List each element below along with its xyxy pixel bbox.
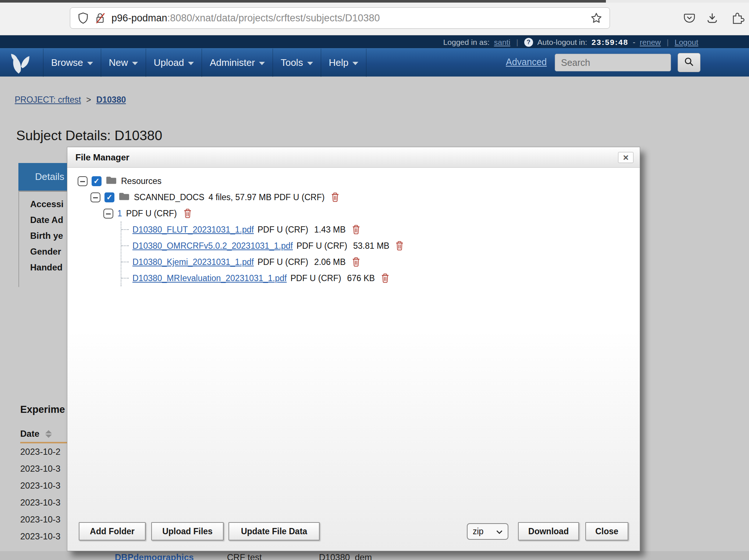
breadcrumb-project-link[interactable]: PROJECT: crftest [15,95,81,105]
chevron-down-icon [496,527,503,536]
browser-toolbar: p96-podman:8080/xnat/data/projects/crfte… [0,3,749,35]
chevron-down-icon [188,62,194,65]
nav-menu: Browse New Upload Administer Tools Help [43,49,366,77]
username-link[interactable]: santi [494,38,510,47]
project-cell: CRF test [227,552,262,560]
collapse-icon[interactable] [90,192,100,202]
xnat-header: Logged in as: santi | ? Auto-logout in: … [0,35,749,77]
folder-meta: 4 files, 57.97 MB PDF U (CRF) [209,192,325,202]
bookmark-star-icon[interactable] [590,12,602,24]
tree-label: SCANNED_DOCS [134,192,205,202]
nav-item-label: Tools [281,57,303,68]
nav-item-label: New [109,57,128,68]
file-type: PDF U (CRF) [290,273,341,283]
url-bar[interactable]: p96-podman:8080/xnat/data/projects/crfte… [70,7,610,29]
folder-icon [118,191,130,203]
file-link[interactable]: D10380_MRIevaluation_20231031_1.pdf [132,273,287,283]
browser-action-icons [684,7,747,29]
tree-connector [121,262,129,262]
add-folder-button[interactable]: Add Folder [79,522,146,540]
file-link[interactable]: D10380_Kjemi_20231031_1.pdf [132,257,254,267]
logout-link[interactable]: Logout [675,38,698,47]
extensions-puzzle-icon[interactable] [729,12,747,24]
trash-icon[interactable] [331,192,340,202]
trash-icon[interactable] [381,273,390,283]
breadcrumb-separator: > [86,95,91,105]
search-button[interactable] [678,53,700,72]
file-type: PDF U (CRF) [297,241,347,251]
xnat-logo[interactable] [8,52,31,76]
chevron-down-icon [352,62,358,65]
upload-files-button[interactable]: Upload Files [151,522,224,540]
search-input[interactable] [555,54,671,71]
file-link[interactable]: D10380_FLUT_20231031_1.pdf [132,225,254,235]
download-button[interactable]: Download [518,522,579,540]
sort-icon[interactable] [45,430,52,438]
nav-item-new[interactable]: New [101,49,146,77]
tree-connector [121,229,129,230]
autologout-label: Auto-logout in: [537,38,587,47]
experiment-link[interactable]: DBPdemographics [115,552,194,560]
file-size: 1.43 MB [314,225,346,235]
advanced-search-link[interactable]: Advanced [506,57,547,67]
catalog-count: 1 [117,209,122,219]
file-row: D10380_OMRCRFv5.0.2_20231031_1.pdf PDF U… [121,238,404,254]
nav-item-help[interactable]: Help [321,49,366,77]
active-tab-sliver[interactable] [0,0,606,3]
tree-label: Resources [121,176,161,186]
file-row: D10380_FLUT_20231031_1.pdf PDF U (CRF) 1… [121,221,404,238]
file-size: 53.81 MB [353,241,389,251]
tree-row-catalog: 1 PDF U (CRF) [103,205,404,221]
folder-icon [106,175,117,187]
help-icon[interactable]: ? [524,38,533,47]
browser-tab-strip [0,0,749,3]
archive-format-value: zip [473,527,483,536]
url-host: p96-podman [111,13,167,24]
renew-link[interactable]: renew [640,38,661,47]
trash-icon[interactable] [395,241,404,251]
file-tree: ✓ Resources ✓ SCANNED_DOCS 4 files, 57.9… [78,173,404,286]
nav-item-administer[interactable]: Administer [202,49,273,77]
url-text[interactable]: p96-podman:8080/xnat/data/projects/crfte… [111,13,585,24]
breadcrumb: PROJECT: crftest > D10380 [15,95,126,105]
file-type: PDF U (CRF) [258,225,308,235]
chevron-down-icon [259,62,265,65]
label-cell: D10380_dem [319,552,372,560]
resources-checkbox[interactable]: ✓ [92,176,102,186]
nav-item-tools[interactable]: Tools [273,49,321,77]
trash-icon[interactable] [352,224,361,235]
catalog-label: PDF U (CRF) [126,209,177,219]
close-icon[interactable]: × [618,152,633,163]
nav-item-label: Administer [210,57,255,68]
file-size: 2.06 MB [314,257,346,267]
chevron-down-icon [307,62,313,65]
file-type: PDF U (CRF) [258,257,308,267]
dialog-title-bar[interactable]: File Manager [67,147,640,168]
close-button[interactable]: Close [585,522,628,540]
pocket-icon[interactable] [684,12,695,24]
shield-icon[interactable] [78,12,89,24]
file-link[interactable]: D10380_OMRCRFv5.0.2_20231031_1.pdf [132,241,293,251]
update-file-data-button[interactable]: Update File Data [228,522,320,540]
file-row: D10380_Kjemi_20231031_1.pdf PDF U (CRF) … [121,254,404,270]
session-bar: Logged in as: santi | ? Auto-logout in: … [443,37,698,48]
tree-row-resources: ✓ Resources [78,173,404,189]
trash-icon[interactable] [183,208,192,219]
collapse-icon[interactable] [78,176,88,186]
collapse-icon[interactable] [103,209,113,219]
table-row-partial: DBPdemographics CRF test D10380_dem [0,551,749,560]
search-icon [684,57,694,68]
file-manager-dialog: File Manager × ✓ Resources ✓ SCANNED_DOC… [67,147,640,551]
breadcrumb-subject-link[interactable]: D10380 [96,95,126,105]
archive-format-select[interactable]: zip [467,523,508,540]
insecure-lock-icon[interactable] [95,12,106,24]
tree-connector [121,278,129,279]
download-icon[interactable] [706,12,718,24]
nav-item-upload[interactable]: Upload [146,49,202,77]
scanned-docs-checkbox[interactable]: ✓ [104,192,114,202]
file-list: D10380_FLUT_20231031_1.pdf PDF U (CRF) 1… [121,221,404,286]
file-row: D10380_MRIevaluation_20231031_1.pdf PDF … [121,270,404,286]
trash-icon[interactable] [352,257,361,267]
nav-item-browse[interactable]: Browse [43,49,101,77]
chevron-down-icon [87,62,93,65]
